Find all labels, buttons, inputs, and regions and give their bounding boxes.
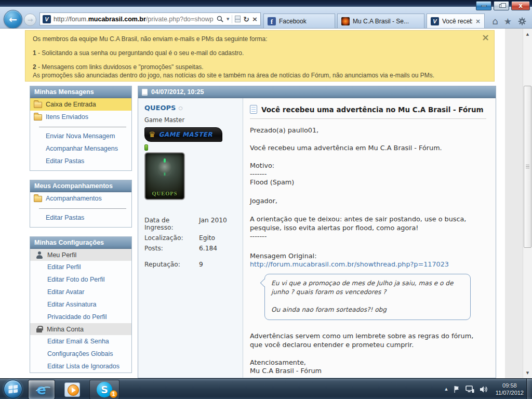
quote-paragraph: Eu vi que a promoçao de mes de Julho ja … xyxy=(271,279,464,297)
game-master-badge: ♛ GAME MASTER xyxy=(144,127,222,142)
sidebar-item-acompanhamentos[interactable]: Acompanhamentos xyxy=(30,192,131,205)
panel-title: Meus Acompanhamentos xyxy=(30,180,131,192)
compatibility-view-icon[interactable] xyxy=(235,16,241,22)
tab-close-icon[interactable]: × xyxy=(475,18,481,25)
favorites-star-icon[interactable]: ★ xyxy=(504,16,512,26)
hidden-icons-arrow-icon[interactable]: ▲ xyxy=(445,387,447,391)
sidebar-link-editar-email-senha[interactable]: Editar Email & Senha xyxy=(30,335,131,348)
close-button[interactable]: x xyxy=(511,1,530,10)
taskbar-button-internet-explorer[interactable]: e xyxy=(28,380,55,399)
sidebar-group-minha-conta[interactable]: Minha Conta xyxy=(30,323,131,335)
home-icon[interactable]: ⌂ xyxy=(492,16,498,26)
skype-notification-badge: 1 xyxy=(110,390,117,398)
window-titlebar xyxy=(0,0,532,7)
panel-title: Minhas Configurações xyxy=(30,237,131,249)
back-arrow-icon: ← xyxy=(9,14,17,25)
private-message-panel: 04/07/2012, 10:25 QUEOPS ○ Game Master ♛… xyxy=(138,86,496,378)
badge-label: GAME MASTER xyxy=(158,131,212,138)
forward-arrow-icon: → xyxy=(28,16,33,24)
refresh-icon[interactable]: ↻ xyxy=(243,15,249,23)
internet-explorer-icon: e xyxy=(37,382,46,396)
media-player-icon xyxy=(64,382,80,397)
taskbar-clock[interactable]: 09:58 11/07/2012 xyxy=(496,382,524,396)
minimize-icon xyxy=(481,5,487,7)
url-prefix: http://forum. xyxy=(54,16,88,23)
folder-icon xyxy=(34,196,42,202)
start-button[interactable] xyxy=(4,380,22,398)
taskbar-button-media-player[interactable] xyxy=(59,380,86,399)
author-stats: Data de Ingresso: Jan 2010 Localização: … xyxy=(144,217,236,268)
message-subject: Você recebeu uma advertência no Mu C.A B… xyxy=(250,105,486,119)
windows-flag-icon xyxy=(8,385,18,394)
back-button[interactable]: ← xyxy=(4,10,22,29)
url-domain: mucabrasil.com.br xyxy=(88,16,146,23)
sidebar-link-editar-pastas-2[interactable]: Editar Pastas xyxy=(30,211,131,224)
restore-button[interactable] xyxy=(494,1,509,10)
stat-label: Data de Ingresso: xyxy=(144,217,199,231)
sidebar-link-privacidade-do-perfil[interactable]: Privacidade do Perfil xyxy=(30,311,131,323)
folder-icon xyxy=(34,102,42,108)
facebook-icon: f xyxy=(268,17,276,25)
scrollbar-thumb[interactable] xyxy=(524,86,531,248)
tab-voce-recebeu[interactable]: V Você recebeu ... × xyxy=(427,14,485,29)
author-username-link[interactable]: QUEOPS xyxy=(144,104,176,112)
search-icon[interactable] xyxy=(216,15,224,23)
sidebar-item-itens-enviados[interactable]: Itens Enviados xyxy=(30,111,131,123)
panel-minhas-configuracoes: Minhas Configurações Meu Perfil Editar P… xyxy=(30,236,132,373)
sidebar-link-editar-lista-de-ignorados[interactable]: Editar Lista de Ignorados xyxy=(30,360,131,373)
taskbar: e S 1 ▲ 09:58 11/07/2012 xyxy=(0,378,532,399)
sidebar-group-meu-perfil[interactable]: Meu Perfil xyxy=(30,249,131,261)
sidebar-link-editar-perfil[interactable]: Editar Perfil xyxy=(30,261,131,273)
panel-meus-acompanhamentos: Meus Acompanhamentos Acompanhamentos Edi… xyxy=(30,180,132,228)
taskbar-button-skype[interactable]: S 1 xyxy=(89,380,119,399)
author-avatar[interactable]: QUEOPS xyxy=(144,152,185,200)
action-center-flag-icon[interactable] xyxy=(453,385,460,393)
url-text[interactable]: http://forum.mucabrasil.com.br/private.p… xyxy=(54,16,214,23)
notice-close-icon[interactable]: × xyxy=(482,32,489,43)
stop-icon[interactable]: × xyxy=(252,15,258,23)
tab-label: Você recebeu ... xyxy=(442,18,472,25)
tools-gear-icon[interactable] xyxy=(517,17,527,26)
message-body-column: Você recebeu uma advertência no Mu C.A B… xyxy=(243,98,496,378)
folder-icon xyxy=(34,114,42,121)
avatar-label: QUEOPS xyxy=(145,191,184,196)
volume-icon[interactable] xyxy=(480,385,488,393)
group-header-label: Minha Conta xyxy=(47,326,84,333)
show-desktop-button[interactable] xyxy=(526,379,532,399)
stat-row: Localização: Egito xyxy=(144,234,236,242)
page-right-gutter xyxy=(505,29,523,378)
sidebar-link-acompanhar-mensagens[interactable]: Acompanhar Mensagens xyxy=(30,142,131,155)
online-status-icon: ○ xyxy=(178,105,182,111)
web-page: Os membros da equipe Mu C.A Brasil, não … xyxy=(0,29,532,378)
notice-item-1: 1 - Solicitando a sua senha ou perguntan… xyxy=(33,49,487,57)
sidebar-link-enviar-nova-mensagem[interactable]: Enviar Nova Mensagem xyxy=(30,130,131,142)
quote-paragraph: Ou ainda nao foram sorteados?! obg xyxy=(271,305,464,314)
scroll-up-icon[interactable]: ▲ xyxy=(523,30,532,38)
message-date-bar: 04/07/2012, 10:25 xyxy=(138,86,496,98)
notice-item-number: 1 xyxy=(33,49,36,57)
sidebar-item-caixa-de-entrada[interactable]: Caixa de Entrada xyxy=(30,98,131,111)
tab-mu-ca-brasil[interactable]: Mu C.A Brasil - Se... xyxy=(337,14,424,29)
sidebar-link-editar-avatar[interactable]: Editar Avatar xyxy=(30,286,131,298)
message-icon xyxy=(250,105,257,114)
vertical-scrollbar[interactable]: ▲ ▼ xyxy=(523,29,532,378)
forward-button[interactable]: → xyxy=(24,14,36,26)
network-icon[interactable] xyxy=(466,385,474,393)
tab-facebook[interactable]: f Facebook xyxy=(263,14,335,29)
address-bar[interactable]: V http://forum.mucabrasil.com.br/private… xyxy=(39,12,261,25)
tab-label: Mu C.A Brasil - Se... xyxy=(353,18,409,25)
address-dropdown-icon[interactable]: ▼ xyxy=(227,17,229,21)
stat-label: Localização: xyxy=(144,234,199,242)
sidebar-link-editar-foto-do-perfil[interactable]: Editar Foto do Perfil xyxy=(30,273,131,286)
sidebar-link-configuracoes-globais[interactable]: Configurações Globais xyxy=(30,348,131,360)
sidebar-link-editar-assinatura[interactable]: Editar Assinatura xyxy=(30,298,131,311)
sidebar-item-label: Caixa de Entrada xyxy=(46,101,96,108)
minimize-button[interactable] xyxy=(476,1,491,10)
stat-value: Jan 2010 xyxy=(199,217,227,231)
notice-item-text: - Solicitando a sua senha ou perguntando… xyxy=(36,49,244,57)
original-message-link[interactable]: http://forum.mucabrasil.com.br/showthrea… xyxy=(250,260,486,269)
tab-bar: f Facebook Mu C.A Brasil - Se... V Você … xyxy=(263,14,485,29)
scroll-down-icon[interactable]: ▼ xyxy=(523,368,532,377)
sidebar-link-editar-pastas[interactable]: Editar Pastas xyxy=(30,155,131,167)
panel-title: Minhas Mensagens xyxy=(30,86,131,98)
